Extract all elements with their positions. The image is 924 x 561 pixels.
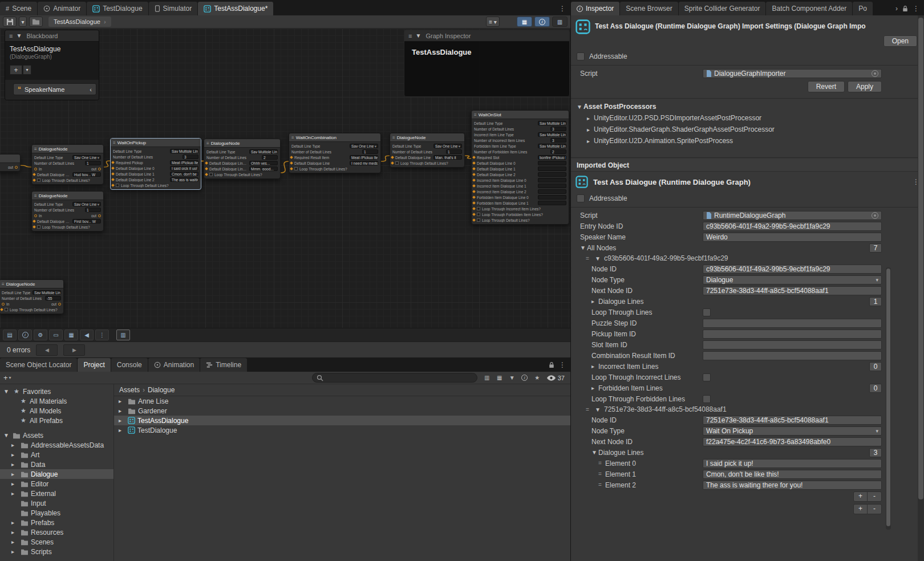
- foldout-arrow-icon[interactable]: ▸: [11, 481, 18, 487]
- node-row-number-of-incorrect-item-lines[interactable]: Number of Incorrect Item Lines3: [472, 137, 569, 143]
- text-field[interactable]: [538, 201, 566, 205]
- inspector-tab-scene-browser[interactable]: Scene Browser: [620, 2, 678, 15]
- node-row-default-dialogue-line-2[interactable]: Default Dialogue Line 2: [472, 172, 569, 177]
- blackboard-header[interactable]: ≡ ▼ Blackboard: [5, 30, 99, 42]
- tab-scroll-icon[interactable]: ›: [895, 5, 898, 13]
- audio-toggle[interactable]: ◀: [80, 330, 94, 340]
- node-header[interactable]: ≡WaitOnPickup: [111, 139, 201, 147]
- foldout-arrow-icon[interactable]: ▸: [591, 385, 598, 391]
- lock-icon[interactable]: [902, 5, 908, 12]
- node-row-forbidden-item-dialogue-line-0[interactable]: Forbidden Item Dialogue Line 0: [472, 194, 569, 200]
- input-port-icon[interactable]: [111, 161, 115, 164]
- node-group-7251e73e-38d3-44ff-a8c5-bcf54088aaf1[interactable]: =▼7251e73e-38d3-44ff-a8c5-bcf54088aaf1: [571, 404, 924, 414]
- node-row-incorrect-item-dialogue-line-2[interactable]: Incorrect Item Dialogue Line 2: [472, 189, 569, 194]
- panel-tab-scene-object-locator[interactable]: Scene Object Locator: [0, 358, 77, 372]
- drag-handle-icon[interactable]: =: [586, 406, 593, 413]
- text-field[interactable]: 7251e73e-38d3-44ff-a8c5-bcf54088aaf1: [703, 286, 882, 295]
- node-row-loop-through-default-lines[interactable]: Loop Through Default Lines?: [390, 160, 464, 166]
- asset-postprocessors-foldout[interactable]: ▼ Asset PostProcessors: [571, 101, 924, 112]
- folder-item-dialogue[interactable]: ▸Dialogue: [0, 469, 114, 479]
- graph-node-waitoncombination[interactable]: ≡WaitOnCombinationDefault Line TypeSay O…: [289, 133, 381, 173]
- all-nodes-scrollbar[interactable]: [886, 267, 891, 530]
- number-field[interactable]: 2: [262, 155, 278, 160]
- port-icon[interactable]: [205, 161, 208, 165]
- more-toggle[interactable]: ⋮: [95, 330, 109, 340]
- node-row-incorrect-item-dialogue-line-0[interactable]: Incorrect Item Dialogue Line 0: [472, 177, 569, 183]
- node-row-default-dialogue-line[interactable]: Default Dialogue LineHud boy... W: [32, 172, 103, 177]
- node-row-required-result-item[interactable]: Required Result ItemMeat (Pickup Item Da…: [289, 155, 380, 160]
- folder-item-art[interactable]: ▸Art: [0, 450, 114, 460]
- doc-tab-simulator[interactable]: Simulator: [149, 2, 198, 15]
- checkbox[interactable]: [5, 308, 8, 311]
- node-header[interactable]: ≡WaitOnCombination: [289, 133, 380, 142]
- file-item-testdialogue[interactable]: ▸TestDialogue: [114, 425, 570, 435]
- project-search-input[interactable]: [312, 373, 477, 383]
- node-row-default-line-type[interactable]: Default Line TypeSay Multiple Lines: [0, 290, 63, 295]
- checkbox[interactable]: [477, 218, 480, 222]
- foldout-arrow-icon[interactable]: ▸: [119, 398, 125, 404]
- port-icon[interactable]: [472, 213, 476, 216]
- port-icon[interactable]: [391, 161, 394, 165]
- doc-tab-testdialogue[interactable]: TestDialogue: [87, 2, 148, 15]
- port-icon[interactable]: [33, 225, 36, 229]
- dropdown-field[interactable]: Dialogue: [703, 275, 882, 284]
- input-port-icon[interactable]: [34, 214, 37, 217]
- dropdown-field[interactable]: Say Multiple Lines: [538, 144, 566, 148]
- number-field[interactable]: 1: [85, 208, 101, 212]
- node-row-loop-through-default-lines[interactable]: Loop Through Default Lines?: [0, 307, 63, 312]
- port-icon[interactable]: [472, 207, 476, 210]
- info-toggle[interactable]: i: [534, 17, 550, 27]
- port-icon[interactable]: [111, 166, 115, 170]
- add-property-dropdown[interactable]: ▾: [23, 65, 31, 75]
- node-row-default-dialogue-line[interactable]: Default Dialogue LineMan, that's it: [390, 155, 464, 160]
- object-field[interactable]: Meat (Pickup Item Data): [170, 160, 198, 165]
- node-row-number-of-default-lines[interactable]: Number of Default Lines1: [32, 160, 103, 166]
- inspector-menu-icon[interactable]: ⋮: [913, 5, 919, 13]
- port-icon[interactable]: [472, 178, 476, 182]
- port-icon[interactable]: [472, 190, 476, 193]
- port-icon[interactable]: [33, 219, 36, 223]
- dropdown-field[interactable]: Wait On Pickup: [703, 426, 882, 436]
- text-field[interactable]: [538, 184, 566, 188]
- number-field[interactable]: 2: [550, 149, 566, 154]
- breadcrumb-assets[interactable]: Assets: [119, 386, 140, 394]
- favorite-item-all-prefabs[interactable]: ★All Prefabs: [0, 416, 114, 425]
- tools-toggle[interactable]: ⚙: [34, 330, 47, 340]
- previous-error-button[interactable]: ◀: [36, 344, 58, 356]
- node-header[interactable]: ≡DialogueNode: [32, 145, 103, 153]
- dropdown-field[interactable]: Say Multiple Lines: [538, 132, 566, 137]
- number-field[interactable]: 1: [362, 149, 378, 154]
- checkbox[interactable]: [116, 184, 119, 187]
- collapse-icon[interactable]: ▼: [415, 32, 422, 39]
- text-field[interactable]: f22a475e-4c2f-41c6-9b73-6a83498abfe0: [703, 437, 882, 446]
- text-field[interactable]: [703, 330, 882, 339]
- dropdown-field[interactable]: Say Multiple Lines: [538, 121, 566, 125]
- graph-node-waitonpickup[interactable]: ≡WaitOnPickupDefault Line TypeSay Multip…: [110, 138, 201, 190]
- text-field[interactable]: 7251e73e-38d3-44ff-a8c5-bcf54088aaf1: [703, 416, 882, 425]
- apply-button[interactable]: Apply: [848, 81, 882, 92]
- property-checkbox[interactable]: [703, 373, 711, 381]
- node-row-default-dialogue-line-1[interactable]: Default Dialogue Line 1Cmon, don't be li…: [111, 171, 201, 177]
- inspector-tab-inspector[interactable]: iInspector: [571, 2, 619, 15]
- drag-handle-icon[interactable]: =: [598, 460, 605, 466]
- folder-item-data[interactable]: ▸Data: [0, 460, 114, 469]
- port-icon[interactable]: [0, 308, 3, 311]
- foldout-arrow-icon[interactable]: ▸: [11, 471, 18, 477]
- object-picker-icon[interactable]: [872, 212, 878, 219]
- text-field[interactable]: [538, 178, 566, 182]
- node-row-default-line-type[interactable]: Default Line TypeSay One Line: [32, 201, 103, 207]
- node-row-loop-through-default-lines[interactable]: Loop Through Default Lines?: [32, 224, 103, 230]
- doc-tab-animator[interactable]: Animator: [38, 2, 86, 15]
- node-header[interactable]: ≡WaitOnSlot: [472, 111, 569, 119]
- save-dropdown-button[interactable]: ▾: [19, 17, 27, 27]
- node-row-ports[interactable]: Inout: [0, 301, 63, 307]
- object-picker-icon[interactable]: [872, 70, 878, 77]
- favorites-root[interactable]: ▼★Favorites: [0, 387, 114, 396]
- port-icon[interactable]: [472, 218, 476, 222]
- drag-handle-icon[interactable]: =: [586, 255, 593, 262]
- node-group-c93b5606-401f-49a2-99b5-9ecbf1fa9c29[interactable]: =▼c93b5606-401f-49a2-99b5-9ecbf1fa9c29: [571, 253, 924, 263]
- file-item-gardener[interactable]: ▸Gardener: [114, 406, 570, 416]
- node-header[interactable]: ≡DialogueNode: [0, 280, 63, 288]
- create-asset-button[interactable]: +▾: [3, 373, 11, 382]
- node-row-number-of-default-lines[interactable]: Number of Default Lines1: [390, 149, 464, 155]
